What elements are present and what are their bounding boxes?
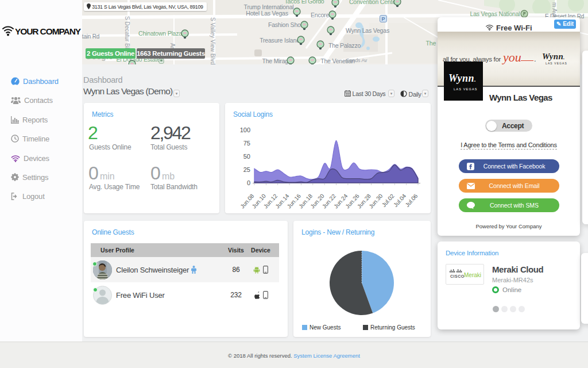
svg-text:100: 100 bbox=[240, 126, 250, 133]
svg-text:Jul.06: Jul.06 bbox=[404, 193, 419, 209]
svg-text:Jul.02: Jul.02 bbox=[381, 193, 396, 209]
svg-text:Jul.04: Jul.04 bbox=[392, 193, 407, 209]
svg-text:50: 50 bbox=[243, 153, 250, 160]
svg-text:New Guests: New Guests bbox=[310, 324, 341, 331]
svg-text:0: 0 bbox=[247, 179, 250, 186]
svg-text:75: 75 bbox=[243, 140, 250, 147]
svg-text:25: 25 bbox=[243, 166, 250, 173]
svg-text:Returning Guests: Returning Guests bbox=[370, 324, 415, 331]
